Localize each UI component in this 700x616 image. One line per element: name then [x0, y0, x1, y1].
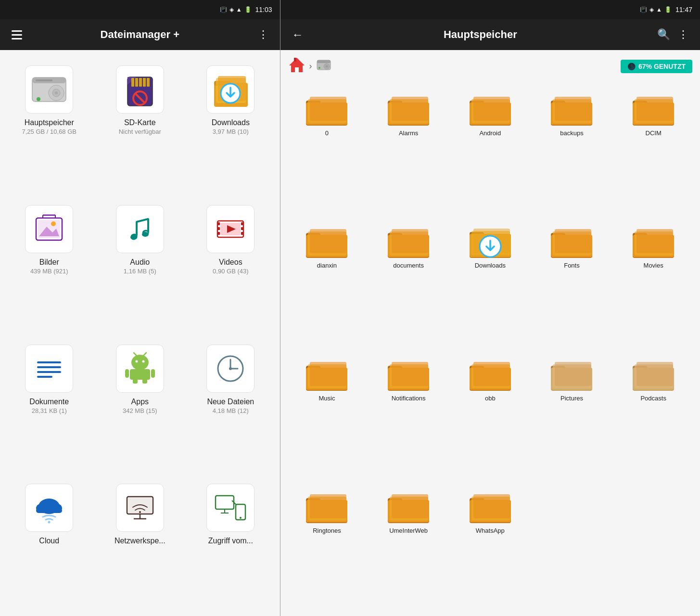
- folder-label-pictures: Pictures: [560, 395, 583, 402]
- svg-rect-79: [295, 67, 299, 72]
- svg-rect-36: [217, 222, 220, 225]
- svg-point-49: [142, 360, 144, 362]
- folder-normal-svg: [387, 224, 430, 259]
- folder-light-svg: [550, 357, 593, 392]
- folder-item-dcim[interactable]: DCIM: [614, 86, 692, 215]
- folder-item-ringtones[interactable]: Ringtones: [288, 484, 366, 612]
- svg-point-6: [37, 97, 40, 101]
- svg-rect-109: [636, 97, 673, 121]
- hauptspeicher-item[interactable]: Hauptspeicher 7,25 GB / 10,68 GB: [4, 58, 95, 197]
- folder-item-dianxin[interactable]: dianxin: [288, 218, 366, 347]
- svg-rect-146: [392, 362, 428, 386]
- folder-item-umeinterweb[interactable]: UmeInterWeb: [369, 484, 447, 612]
- back-button[interactable]: ←: [288, 24, 307, 45]
- sd-karte-label: SD-Karte: [124, 118, 156, 127]
- audio-item[interactable]: Audio 1,16 MB (5): [95, 197, 186, 337]
- svg-rect-56: [142, 379, 147, 384]
- right-more-button[interactable]: ⋮: [674, 25, 692, 45]
- folder-item-obb[interactable]: obb: [451, 351, 529, 480]
- vibrate-icon: 📳: [220, 6, 227, 13]
- left-more-button[interactable]: ⋮: [254, 25, 272, 45]
- folder-item-music[interactable]: Music: [288, 351, 366, 480]
- audio-label: Audio: [130, 258, 150, 267]
- sd-karte-sublabel: Nicht verfügbar: [119, 128, 161, 135]
- svg-rect-13: [147, 78, 150, 87]
- folder-normal-svg: [387, 489, 430, 524]
- svg-point-32: [130, 235, 137, 240]
- svg-point-4: [55, 91, 58, 94]
- downloads-item[interactable]: Downloads 3,97 MB (10): [185, 58, 276, 197]
- left-panel: 📳 ◈ ▲ 🔋 11:03 Dateimanager + ⋮: [0, 0, 280, 616]
- svg-point-75: [240, 517, 242, 519]
- folder-label-ringtones: Ringtones: [313, 527, 341, 534]
- drive-icon[interactable]: [316, 58, 331, 75]
- folder-item-downloads[interactable]: Downloads: [451, 218, 529, 347]
- folder-normal-svg: [305, 224, 348, 259]
- folder-item-fonts[interactable]: Fonts: [533, 218, 611, 347]
- svg-point-65: [48, 521, 51, 524]
- dokumente-sublabel: 28,31 KB (1): [32, 407, 67, 414]
- folder-item-pictures[interactable]: Pictures: [533, 351, 611, 480]
- folder-label-dianxin: dianxin: [317, 262, 337, 269]
- svg-rect-10: [135, 78, 138, 87]
- folder-normal-svg: [305, 357, 348, 392]
- folder-label-android: Android: [479, 129, 501, 137]
- sd-karte-item[interactable]: SD-Karte Nicht verfügbar: [95, 58, 186, 197]
- netzwerkspe-label: Netzwerkspe...: [115, 537, 165, 545]
- svg-rect-64: [36, 508, 62, 513]
- svg-rect-161: [636, 362, 673, 386]
- netzwerkspe-item[interactable]: Netzwerkspe...: [95, 476, 186, 608]
- svg-rect-5: [36, 79, 52, 81]
- apps-sublabel: 342 MB (15): [123, 407, 157, 414]
- apps-icon-box: [116, 345, 164, 393]
- svg-line-50: [134, 353, 137, 356]
- menu-button[interactable]: [8, 26, 26, 43]
- folder-item-notifications[interactable]: Notifications: [369, 351, 447, 480]
- svg-point-83: [325, 65, 328, 67]
- folder-label-whatsapp: WhatsApp: [476, 527, 505, 534]
- folder-item-0[interactable]: 0: [288, 86, 366, 215]
- folder-item-alarms[interactable]: Alarms: [369, 86, 447, 215]
- hauptspeicher-label: Hauptspeicher: [25, 118, 74, 127]
- folder-item-movies[interactable]: Movies: [614, 218, 692, 347]
- home-icon[interactable]: [288, 56, 305, 77]
- audio-sublabel: 1,16 MB (5): [124, 268, 156, 275]
- home-svg: [288, 56, 305, 73]
- svg-rect-171: [392, 494, 428, 518]
- apps-item[interactable]: Apps 342 MB (15): [95, 337, 186, 476]
- svg-point-33: [142, 232, 149, 237]
- folder-item-whatsapp[interactable]: WhatsApp: [451, 484, 529, 612]
- search-button[interactable]: 🔍: [653, 25, 674, 45]
- zugriff-item[interactable]: Zugriff vom...: [185, 476, 276, 608]
- right-status-icons: 📳 ◈ ▲ 🔋: [640, 6, 672, 13]
- folder-item-backups[interactable]: backups: [533, 86, 611, 215]
- videos-item[interactable]: Videos 0,90 GB (43): [185, 197, 276, 337]
- downloads-icon-box: [206, 65, 255, 114]
- hauptspeicher-icon-box: [25, 65, 73, 114]
- apps-icon: [123, 352, 157, 385]
- folder-item-podcasts[interactable]: Podcasts: [614, 351, 692, 480]
- bilder-item[interactable]: Bilder 439 MB (921): [4, 197, 95, 337]
- svg-rect-131: [555, 229, 591, 253]
- videos-icon: [214, 212, 247, 246]
- right-app-title: Hauptspeicher: [307, 28, 653, 41]
- cloud-label: Cloud: [39, 537, 59, 545]
- wifi-icon: ◈: [229, 6, 234, 13]
- right-vibrate-icon: 📳: [640, 6, 647, 13]
- svg-point-25: [51, 221, 56, 226]
- svg-rect-78: [294, 58, 296, 62]
- storage-badge: 🌑 67% GENUTZT: [621, 60, 692, 73]
- folder-label-alarms: Alarms: [399, 129, 418, 137]
- cloud-item[interactable]: Cloud: [4, 476, 95, 608]
- svg-rect-55: [133, 379, 138, 384]
- folder-label-fonts: Fonts: [564, 262, 580, 269]
- svg-point-48: [135, 360, 138, 362]
- bilder-label: Bilder: [39, 258, 59, 267]
- folder-item-documents[interactable]: documents: [369, 218, 447, 347]
- audio-icon: [123, 212, 157, 246]
- videos-label: Videos: [219, 258, 242, 267]
- folder-normal-svg: [305, 92, 348, 127]
- neue-dateien-item[interactable]: Neue Dateien 4,18 MB (12): [185, 337, 276, 476]
- dokumente-item[interactable]: Dokumente 28,31 KB (1): [4, 337, 95, 476]
- folder-item-android[interactable]: Android: [451, 86, 529, 215]
